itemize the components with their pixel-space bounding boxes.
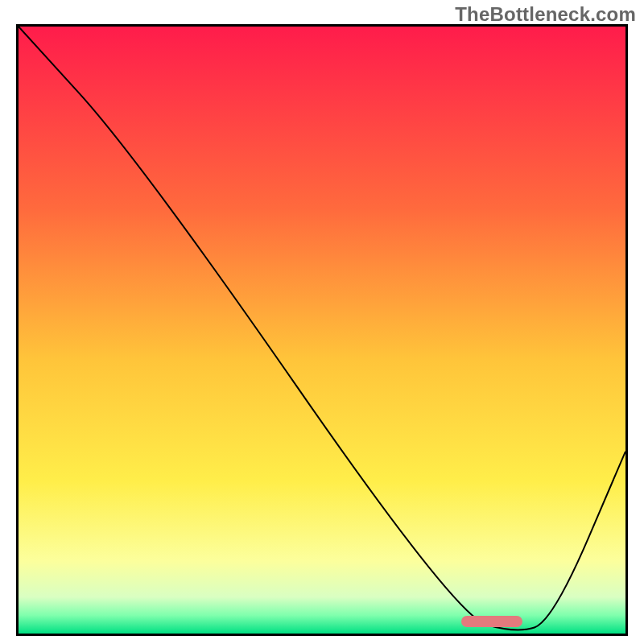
chart-stage: TheBottleneck.com <box>0 0 644 644</box>
bottleneck-curve <box>19 27 625 634</box>
optimal-range-marker <box>461 616 522 627</box>
watermark-text: TheBottleneck.com <box>455 3 636 26</box>
plot-area <box>16 24 628 636</box>
